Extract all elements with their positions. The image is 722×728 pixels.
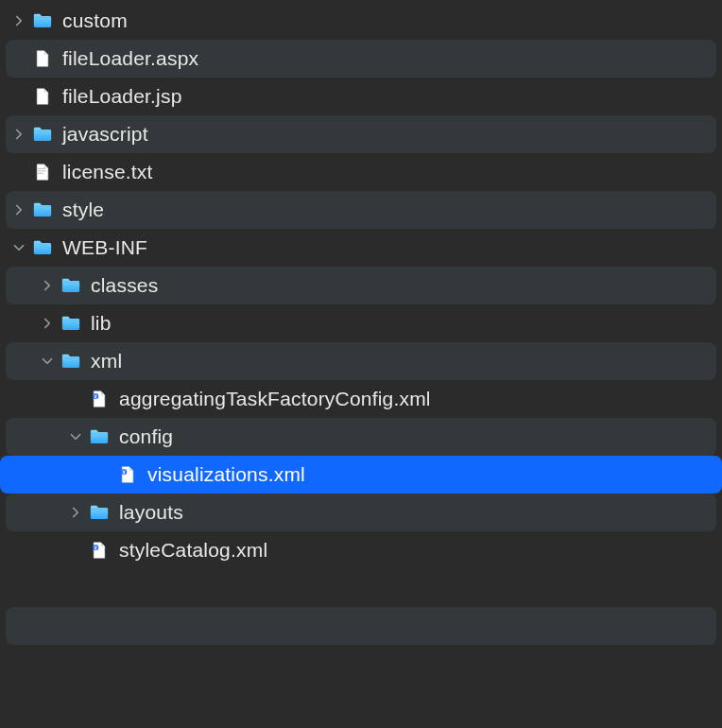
arrow-placeholder (11, 51, 26, 66)
tree-row[interactable]: styleCatalog.xml (6, 531, 716, 569)
chevron-right-icon[interactable] (11, 13, 26, 28)
tree-row[interactable]: lib (6, 304, 716, 342)
file-tree: customfileLoader.aspxfileLoader.jspjavas… (0, 0, 722, 645)
arrow-placeholder (96, 467, 112, 482)
folder-icon (32, 199, 53, 220)
tree-row[interactable]: fileLoader.aspx (6, 40, 716, 78)
chevron-down-icon[interactable] (11, 240, 26, 255)
svg-rect-1 (38, 170, 45, 171)
tree-row[interactable]: WEB-INF (6, 229, 716, 267)
arrow-placeholder (11, 89, 26, 104)
tree-row[interactable]: javascript (6, 115, 716, 153)
tree-item-label: custom (62, 9, 128, 32)
tree-row[interactable]: layouts (6, 494, 716, 531)
tree-item-label: classes (91, 274, 158, 297)
folder-icon (32, 237, 53, 258)
chevron-down-icon[interactable] (68, 429, 83, 444)
tree-item-label: config (119, 425, 173, 448)
tree-item-label: visualizations.xml (147, 463, 305, 486)
tree-item-label: xml (91, 350, 122, 373)
folder-icon (60, 351, 81, 372)
tree-row[interactable]: custom (6, 2, 716, 40)
tree-row[interactable]: aggregatingTaskFactoryConfig.xml (6, 380, 716, 418)
tree-row[interactable]: fileLoader.jsp (6, 78, 716, 115)
chevron-right-icon[interactable] (40, 278, 55, 293)
tree-row[interactable]: style (6, 191, 716, 229)
svg-rect-2 (38, 173, 43, 174)
arrow-placeholder (11, 165, 26, 180)
folder-icon (60, 313, 81, 334)
xml-file-icon (117, 464, 138, 485)
tree-item-label: fileLoader.aspx (62, 47, 198, 70)
chevron-right-icon[interactable] (40, 316, 55, 331)
folder-icon (89, 426, 110, 447)
tree-item-label: lib (91, 312, 112, 335)
tree-item-label: fileLoader.jsp (62, 85, 182, 108)
folder-icon (32, 124, 53, 145)
arrow-placeholder (68, 391, 83, 407)
folder-icon (89, 502, 110, 523)
folder-icon (32, 10, 53, 31)
tree-row[interactable]: config (6, 418, 716, 456)
xml-file-icon (89, 540, 110, 561)
tree-item-label: javascript (62, 123, 148, 146)
tree-row[interactable]: visualizations.xml (0, 456, 722, 494)
tree-row[interactable]: classes (6, 267, 716, 304)
tree-item-label: aggregatingTaskFactoryConfig.xml (119, 388, 431, 410)
tree-item-label: styleCatalog.xml (119, 539, 267, 562)
tree-item-label: WEB-INF (62, 236, 147, 259)
chevron-down-icon[interactable] (40, 354, 55, 369)
tree-item-label: license.txt (62, 161, 153, 183)
tree-row[interactable]: license.txt (6, 153, 716, 191)
empty-row (6, 607, 716, 645)
file-icon (32, 48, 53, 69)
tree-item-label: style (62, 199, 104, 221)
svg-rect-0 (38, 168, 45, 169)
chevron-right-icon[interactable] (11, 202, 26, 217)
xml-file-icon (89, 389, 110, 409)
file-icon (32, 86, 53, 107)
text-file-icon (32, 162, 53, 182)
tree-item-label: layouts (119, 501, 183, 524)
chevron-right-icon[interactable] (68, 505, 83, 520)
arrow-placeholder (68, 543, 83, 558)
tree-row[interactable]: xml (6, 342, 716, 380)
chevron-right-icon[interactable] (11, 127, 26, 142)
folder-icon (60, 275, 81, 296)
